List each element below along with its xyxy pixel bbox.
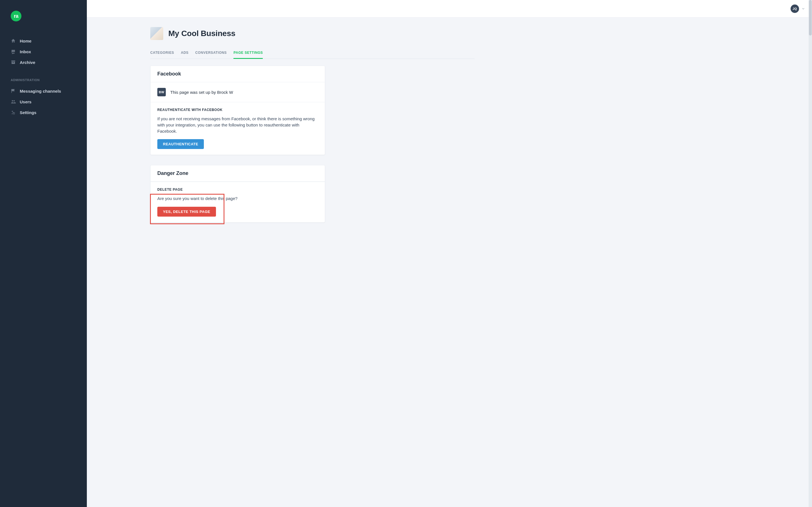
scrollbar-thumb[interactable] <box>809 0 812 36</box>
delete-page-section: Delete Page Are you sure you want to del… <box>151 182 325 222</box>
reauth-body: If you are not receiving messages from F… <box>157 116 318 134</box>
sidebar-item-label: Inbox <box>20 49 31 54</box>
user-avatar-initials: JQ <box>793 7 797 10</box>
sidebar-item-label: Users <box>20 100 32 104</box>
tab-page-settings[interactable]: Page Settings <box>234 48 263 59</box>
content-canvas: My Cool Business Categories Ads Conversa… <box>150 27 474 223</box>
user-avatar: JQ <box>791 4 799 13</box>
setup-user-badge: BW <box>157 88 166 96</box>
sidebar-item-home[interactable]: Home <box>0 36 87 46</box>
sidebar-item-label: Archive <box>20 60 35 65</box>
users-icon <box>11 99 16 104</box>
flag-icon <box>11 89 16 94</box>
sidebar-nav-primary: Home Inbox Archive <box>0 36 87 74</box>
sidebar-item-inbox[interactable]: Inbox <box>0 46 87 57</box>
setup-user-initials: BW <box>159 91 164 94</box>
brand-logo: ra <box>11 11 21 21</box>
tab-conversations[interactable]: Conversations <box>195 48 227 59</box>
tab-categories[interactable]: Categories <box>150 48 174 59</box>
page-title: My Cool Business <box>168 29 236 38</box>
danger-zone-card: Danger Zone Delete Page Are you sure you… <box>150 165 325 223</box>
topbar: JQ <box>87 0 812 17</box>
facebook-card: Facebook BW This page was set up by Broc… <box>150 66 325 155</box>
sidebar-nav-admin: Messaging channels Users Settings <box>0 86 87 124</box>
sidebar-heading-administration: Administration <box>0 74 87 86</box>
sidebar-item-label: Home <box>20 39 32 43</box>
delete-page-body: Are you sure you want to delete this pag… <box>157 195 318 202</box>
sidebar-item-label: Settings <box>20 110 36 115</box>
content-scroll: My Cool Business Categories Ads Conversa… <box>87 17 812 507</box>
delete-page-button[interactable]: Yes, delete this page <box>157 207 216 217</box>
tab-ads[interactable]: Ads <box>181 48 188 59</box>
facebook-setup-row: BW This page was set up by Brock W <box>151 82 325 102</box>
danger-zone-title: Danger Zone <box>151 165 325 182</box>
sidebar-item-users[interactable]: Users <box>0 96 87 107</box>
archive-icon <box>11 60 16 65</box>
reauth-heading: Reauthenticate with Facebook <box>157 108 318 112</box>
page-thumbnail <box>150 27 163 40</box>
chevron-down-icon <box>801 7 805 11</box>
sidebar-item-archive[interactable]: Archive <box>0 57 87 68</box>
scrollbar-track <box>809 0 812 507</box>
reauthenticate-button[interactable]: Reauthenticate <box>157 139 204 149</box>
chat-icon <box>11 49 16 54</box>
user-menu[interactable]: JQ <box>791 4 805 13</box>
sidebar-item-settings[interactable]: Settings <box>0 107 87 118</box>
home-icon <box>11 38 16 43</box>
main-area: JQ My Cool Business Categories Ads Conve… <box>87 0 812 507</box>
tabs: Categories Ads Conversations Page Settin… <box>150 48 474 59</box>
sidebar: ra Home Inbox Archive Admi <box>0 0 87 507</box>
delete-page-heading: Delete Page <box>157 187 318 191</box>
setup-user-text: This page was set up by Brock W <box>170 90 233 95</box>
reauth-section: Reauthenticate with Facebook If you are … <box>151 102 325 155</box>
facebook-card-title: Facebook <box>151 66 325 82</box>
brand-logo-text: ra <box>14 13 18 19</box>
sliders-icon <box>11 110 16 115</box>
sidebar-item-messaging-channels[interactable]: Messaging channels <box>0 86 87 96</box>
page-header: My Cool Business <box>150 27 474 40</box>
sidebar-item-label: Messaging channels <box>20 89 61 94</box>
app-root: ra Home Inbox Archive Admi <box>0 0 812 507</box>
